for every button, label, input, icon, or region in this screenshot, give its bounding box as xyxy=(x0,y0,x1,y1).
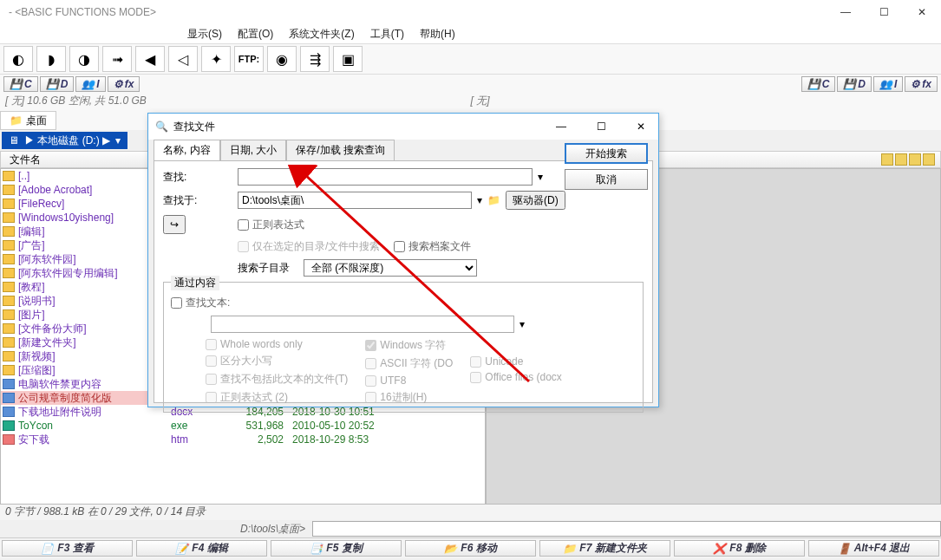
searchin-input[interactable] xyxy=(238,192,472,209)
file-name: 安下载 xyxy=(18,433,171,447)
findtext-checkbox[interactable]: 查找文本: xyxy=(171,296,230,310)
toolbar-btn-2[interactable]: ◗ xyxy=(36,46,66,72)
f5-copy[interactable]: 📑 F5 复制 xyxy=(271,540,402,557)
col-name[interactable]: 文件名 xyxy=(1,153,166,167)
utf8-checkbox: UTF8 xyxy=(365,374,453,387)
dialog-maximize[interactable]: ☐ xyxy=(584,114,618,140)
dropdown-icon[interactable]: ▾ xyxy=(538,171,543,183)
file-row[interactable]: 安下载 htm 2,502 2018-10-29 8:53 xyxy=(1,433,485,446)
toolbar-btn-3[interactable]: ◑ xyxy=(69,46,99,72)
searchin-label: 查找于: xyxy=(163,193,232,208)
archive-checkbox[interactable]: 搜索档案文件 xyxy=(394,239,471,254)
command-input[interactable] xyxy=(312,521,941,537)
case-checkbox: 区分大小写 xyxy=(206,354,348,368)
menu-tools[interactable]: 工具(T) xyxy=(365,25,409,43)
file-icon xyxy=(3,240,15,251)
file-icon xyxy=(3,268,15,278)
content-legend: 通过内容 xyxy=(171,276,219,290)
view-icon-2[interactable] xyxy=(895,153,907,166)
menu-show[interactable]: 显示(S) xyxy=(182,25,227,43)
menu-help[interactable]: 帮助(H) xyxy=(415,25,461,43)
maximize-button[interactable]: ☐ xyxy=(865,0,903,24)
minimize-button[interactable]: — xyxy=(827,0,865,24)
file-icon xyxy=(3,199,15,209)
view-icon-3[interactable] xyxy=(909,153,921,166)
start-search-button[interactable]: 开始搜索 xyxy=(565,143,648,164)
dropdown-icon[interactable]: ▾ xyxy=(477,194,482,206)
file-icon xyxy=(3,185,15,195)
file-size: 531,968 xyxy=(232,420,292,432)
file-size: 2,502 xyxy=(232,433,292,446)
file-icon xyxy=(3,434,15,445)
toolbar-btn-4[interactable]: ➟ xyxy=(102,46,132,72)
whole-words-checkbox: Whole words only xyxy=(206,338,348,350)
regex-checkbox[interactable]: 正则表达式 xyxy=(238,218,304,232)
tab-name-content[interactable]: 名称, 内容 xyxy=(154,140,220,160)
find-files-dialog: 🔍 查找文件 — ☐ ✕ 名称, 内容 日期, 大小 保存/加载 搜索查询 查找… xyxy=(147,113,659,407)
view-icon-4[interactable] xyxy=(923,153,935,166)
drive-fx-left[interactable]: ⚙ fx xyxy=(108,76,140,92)
toolbar-btn-10[interactable]: ▣ xyxy=(333,46,363,72)
menu-config[interactable]: 配置(O) xyxy=(232,25,278,43)
file-name: ToYcon xyxy=(18,420,171,432)
drive-i-left[interactable]: 👥 I xyxy=(75,76,105,92)
file-icon xyxy=(3,226,15,237)
free-space-left: [ 无] 10.6 GB 空闲, 共 51.0 GB xyxy=(5,94,471,109)
dialog-title-bar: 🔍 查找文件 — ☐ ✕ xyxy=(148,114,658,140)
dropdown-icon[interactable]: ▾ xyxy=(520,318,525,330)
f7-mkdir[interactable]: 📁 F7 新建文件夹 xyxy=(539,540,670,557)
findtext-input[interactable] xyxy=(211,316,514,333)
toolbar-btn-9[interactable]: ⇶ xyxy=(300,46,330,72)
file-icon xyxy=(3,282,15,292)
toolbar-btn-7[interactable]: ✦ xyxy=(201,46,231,72)
free-space-bar: [ 无] 10.6 GB 空闲, 共 51.0 GB [ 无] xyxy=(0,94,941,109)
drive-bar: 💾 C 💾 D 👥 I ⚙ fx 💾 C 💾 D 👥 I ⚙ fx xyxy=(0,75,941,94)
file-icon xyxy=(3,254,15,264)
dialog-minimize[interactable]: — xyxy=(544,114,578,140)
dialog-close[interactable]: ✕ xyxy=(624,114,658,140)
toolbar-btn-8[interactable]: ◉ xyxy=(267,46,297,72)
tab-date-size[interactable]: 日期, 大小 xyxy=(220,140,287,160)
drive-i-right[interactable]: 👥 I xyxy=(873,76,903,92)
drive-d-right[interactable]: 💾 D xyxy=(837,76,872,92)
drives-button[interactable]: 驱动器(D) xyxy=(506,191,565,210)
browse-icon[interactable]: 📁 xyxy=(487,194,500,206)
f4-edit[interactable]: 📝 F4 编辑 xyxy=(136,540,267,557)
tab-desktop[interactable]: 📁 桌面 xyxy=(0,111,56,130)
file-icon xyxy=(3,309,15,320)
tab-save-load[interactable]: 保存/加载 搜索查询 xyxy=(286,140,395,160)
f6-move[interactable]: 📂 F6 移动 xyxy=(405,540,536,557)
drive-c-left[interactable]: 💾 C xyxy=(3,76,38,92)
unicode-checkbox: Unicode xyxy=(470,355,561,368)
subdir-label: 搜索子目录 xyxy=(238,261,298,276)
file-icon xyxy=(3,407,15,417)
drive-fx-right[interactable]: ⚙ fx xyxy=(905,76,938,92)
dialog-icon: 🔍 xyxy=(155,120,168,133)
menu-bar: 显示(S) 配置(O) 系统文件夹(Z) 工具(T) 帮助(H) xyxy=(0,24,941,43)
toolbar-btn-6[interactable]: ◁ xyxy=(168,46,198,72)
f8-delete[interactable]: ❌ F8 删除 xyxy=(674,540,805,557)
drive-d-left[interactable]: 💾 D xyxy=(40,76,75,92)
file-date: 2018-10-29 8:53 xyxy=(292,433,369,446)
f3-view[interactable]: 📄 F3 查看 xyxy=(2,540,133,557)
view-icon-1[interactable] xyxy=(881,153,893,166)
notcontain-checkbox: 查找不包括此文本的文件(T) xyxy=(206,372,348,387)
file-row[interactable]: ToYcon exe 531,968 2010-05-10 20:52 xyxy=(1,419,485,433)
path-dropdown-left[interactable]: 🖥 ▶ 本地磁盘 (D:) ▶ ▾ xyxy=(2,132,127,149)
toolbar-btn-5[interactable]: ◀ xyxy=(135,46,165,72)
command-path: D:\tools\桌面> xyxy=(0,522,312,537)
file-ext: htm xyxy=(171,433,232,446)
altf4-exit[interactable]: 🚪 Alt+F4 退出 xyxy=(808,540,939,557)
toolbar-btn-1[interactable]: ◐ xyxy=(3,46,33,72)
search-input[interactable] xyxy=(238,168,533,186)
direction-button[interactable]: ↪ xyxy=(163,215,186,234)
window-title: - <BASIC FUNCTIONS MODE> xyxy=(9,6,156,18)
toolbar-ftp[interactable]: FTP: xyxy=(234,46,264,72)
subdir-select[interactable]: 全部 (不限深度) xyxy=(304,259,477,277)
menu-sysfolder[interactable]: 系统文件夹(Z) xyxy=(284,25,359,43)
file-icon xyxy=(3,393,15,403)
drive-c-right[interactable]: 💾 C xyxy=(801,76,836,92)
cancel-button[interactable]: 取消 xyxy=(565,169,648,190)
close-button[interactable]: ✕ xyxy=(903,0,941,24)
file-icon xyxy=(3,296,15,306)
